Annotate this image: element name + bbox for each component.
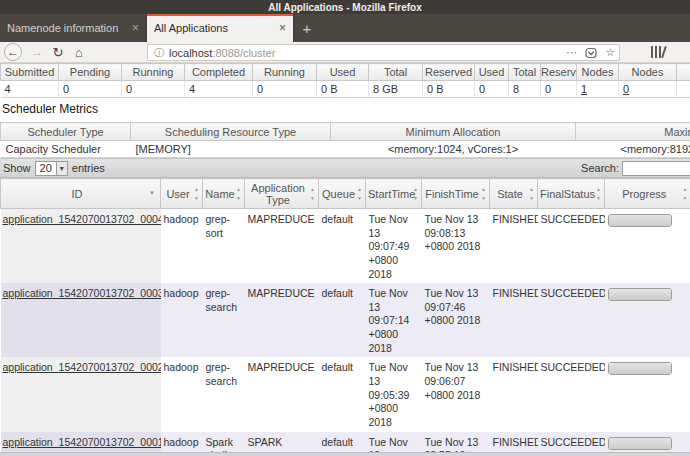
state-cell: FINISHED bbox=[490, 209, 538, 284]
finishtime-cell: Tue Nov 13 09:06:07 +0800 2018 bbox=[422, 357, 490, 431]
application-id-link[interactable]: application_1542070013702_0002 bbox=[3, 361, 161, 373]
home-icon[interactable]: ⌂ bbox=[71, 43, 87, 61]
col-nodes-active: Nodes bbox=[577, 64, 619, 81]
url-bar[interactable]: ⓘ localhost :8088/cluster ⋯ ☆ bbox=[147, 44, 620, 61]
col-scheduler-type: Scheduler Type bbox=[1, 123, 131, 141]
bookmark-star-icon[interactable]: ☆ bbox=[601, 46, 619, 59]
col-application-type[interactable]: Application Type bbox=[245, 179, 319, 209]
finishtime-cell: Tue Nov 13 09:08:13 +0800 2018 bbox=[422, 209, 490, 284]
reload-icon[interactable]: ↻ bbox=[50, 43, 66, 61]
chevron-down-icon: ▼ bbox=[56, 162, 67, 175]
tab-namenode-information[interactable]: Namenode information × bbox=[0, 14, 147, 42]
containers-running-value: 0 bbox=[253, 81, 317, 98]
close-icon[interactable]: × bbox=[273, 21, 286, 35]
tab-label: Namenode information bbox=[7, 22, 126, 34]
page-actions-icon[interactable]: ⋯ bbox=[562, 46, 581, 59]
nodes-active-link[interactable]: 1 bbox=[581, 83, 587, 95]
pocket-icon[interactable] bbox=[581, 47, 601, 59]
type-cell: MAPREDUCE bbox=[245, 357, 319, 431]
name-cell: grep-search bbox=[203, 283, 245, 357]
col-vcores-total: Total bbox=[509, 64, 541, 81]
col-user[interactable]: User bbox=[161, 179, 203, 209]
apps-running-value: 0 bbox=[122, 81, 185, 98]
state-cell: FINISHED bbox=[490, 357, 538, 431]
navigation-toolbar: ← → ↻ ⌂ ⓘ localhost :8088/cluster ⋯ ☆ bbox=[0, 42, 690, 63]
col-nodes-lost: Nodes bbox=[677, 64, 690, 81]
tab-bar: Namenode information × All Applications … bbox=[0, 14, 690, 42]
col-queue[interactable]: Queue bbox=[319, 179, 366, 209]
col-containers-running: Running bbox=[253, 64, 317, 81]
memory-reserved-value: 0 B bbox=[423, 81, 475, 98]
cluster-metrics-table: Submitted Pending Running Completed Runn… bbox=[0, 63, 690, 98]
application-id-link[interactable]: application_1542070013702_0001 bbox=[3, 436, 161, 448]
window-titlebar[interactable]: All Applications - Mozilla Firefox bbox=[0, 0, 690, 14]
apps-completed-value: 4 bbox=[185, 81, 253, 98]
col-apps-pending: Pending bbox=[59, 64, 122, 81]
finalstatus-cell: SUCCEEDED bbox=[538, 357, 605, 431]
table-row: application_1542070013702_0004 hadoop gr… bbox=[1, 209, 690, 284]
scheduler-metrics-heading: Scheduler Metrics bbox=[2, 102, 690, 116]
url-host: localhost bbox=[169, 47, 212, 59]
table-footer-edge bbox=[0, 452, 690, 456]
col-apps-running: Running bbox=[122, 64, 185, 81]
memory-used-value: 0 B bbox=[317, 81, 369, 98]
col-starttime[interactable]: StartTime bbox=[366, 179, 422, 209]
scheduling-resource-type-value: [MEMORY] bbox=[131, 141, 331, 158]
tab-label: All Applications bbox=[154, 22, 273, 34]
col-nodes-decommissioned: Nodes bbox=[619, 64, 677, 81]
minimum-allocation-value: <memory:1024, vCores:1> bbox=[331, 141, 576, 158]
starttime-cell: Tue Nov 13 09:07:49 +0800 2018 bbox=[366, 209, 422, 284]
finishtime-cell: Tue Nov 13 09:07:46 +0800 2018 bbox=[422, 283, 490, 357]
col-memory-used: Used bbox=[317, 64, 369, 81]
library-icon[interactable] bbox=[651, 46, 667, 59]
close-icon[interactable]: × bbox=[126, 21, 139, 35]
forward-icon[interactable]: → bbox=[29, 43, 45, 61]
col-apps-completed: Completed bbox=[185, 64, 253, 81]
user-cell: hadoop bbox=[161, 357, 203, 431]
nodes-decommissioned-link[interactable]: 0 bbox=[623, 83, 629, 95]
apps-pending-value: 0 bbox=[59, 81, 122, 98]
col-memory-total: Total bbox=[369, 64, 423, 81]
entries-selected-value: 20 bbox=[36, 162, 56, 174]
entries-label: entries bbox=[72, 162, 105, 174]
starttime-cell: Tue Nov 13 09:07:14 +0800 2018 bbox=[366, 283, 422, 357]
memory-total-value: 8 GB bbox=[369, 81, 423, 98]
progress-bar bbox=[608, 437, 672, 450]
col-maximum-allocation: Maximum Allocation bbox=[576, 123, 690, 141]
name-cell: grep-sort bbox=[203, 209, 245, 284]
col-finalstatus[interactable]: FinalStatus bbox=[538, 179, 605, 209]
back-icon[interactable]: ← bbox=[4, 43, 22, 61]
col-progress[interactable]: Progress bbox=[605, 179, 690, 209]
table-controls-toolbar: Show 20 ▼ entries Search: bbox=[0, 158, 690, 178]
name-cell: grep-search bbox=[203, 357, 245, 431]
scheduler-header-row: Scheduler Type Scheduling Resource Type … bbox=[1, 123, 690, 141]
finalstatus-cell: SUCCEEDED bbox=[538, 283, 605, 357]
queue-cell: default bbox=[319, 209, 366, 284]
tab-all-applications[interactable]: All Applications × bbox=[147, 14, 294, 42]
col-memory-reserved: Reserved bbox=[423, 64, 475, 81]
col-minimum-allocation: Minimum Allocation bbox=[331, 123, 576, 141]
col-id[interactable]: ID bbox=[1, 179, 161, 209]
col-vcores-used: Used bbox=[475, 64, 509, 81]
col-name[interactable]: Name bbox=[203, 179, 245, 209]
application-id-link[interactable]: application_1542070013702_0003 bbox=[3, 287, 161, 299]
maximum-allocation-value: <memory:8192, v bbox=[576, 141, 690, 158]
show-label: Show bbox=[3, 162, 31, 174]
vcores-total-value: 8 bbox=[509, 81, 541, 98]
state-cell: FINISHED bbox=[490, 283, 538, 357]
entries-per-page-select[interactable]: 20 ▼ bbox=[35, 161, 68, 176]
col-state[interactable]: State bbox=[490, 179, 538, 209]
col-finishtime[interactable]: FinishTime bbox=[422, 179, 490, 209]
search-input[interactable] bbox=[622, 161, 690, 176]
applications-header-row: ID User Name Application Type Queue Star… bbox=[1, 179, 690, 209]
window-title: All Applications - Mozilla Firefox bbox=[268, 2, 422, 13]
new-tab-button[interactable]: + bbox=[294, 14, 320, 42]
vcores-used-value: 0 bbox=[475, 81, 509, 98]
scheduler-metrics-table: Scheduler Type Scheduling Resource Type … bbox=[0, 122, 690, 158]
site-info-icon[interactable]: ⓘ bbox=[148, 46, 169, 60]
page-content: Submitted Pending Running Completed Runn… bbox=[0, 63, 690, 456]
queue-cell: default bbox=[319, 283, 366, 357]
application-id-link[interactable]: application_1542070013702_0004 bbox=[3, 213, 161, 225]
finalstatus-cell: SUCCEEDED bbox=[538, 209, 605, 284]
progress-bar bbox=[608, 362, 672, 375]
